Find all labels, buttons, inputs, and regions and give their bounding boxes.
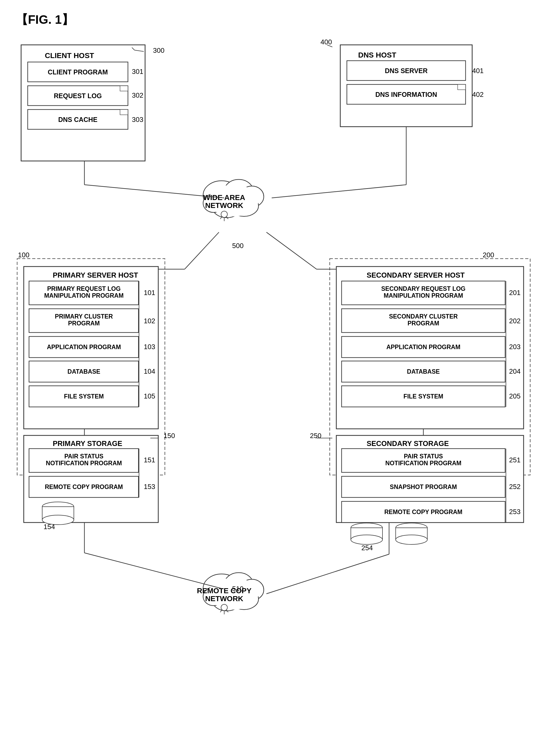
svg-rect-114 — [351, 528, 382, 540]
svg-text:DNS CACHE: DNS CACHE — [58, 116, 98, 123]
svg-text:FILE SYSTEM: FILE SYSTEM — [404, 393, 443, 400]
svg-text:SECONDARY SERVER HOST: SECONDARY SERVER HOST — [367, 271, 465, 279]
svg-line-27 — [327, 45, 332, 47]
svg-line-138 — [185, 232, 219, 269]
svg-text:MANIPULATION PROGRAM: MANIPULATION PROGRAM — [383, 292, 463, 299]
svg-text:PAIR STATUS: PAIR STATUS — [64, 453, 103, 460]
svg-text:101: 101 — [144, 289, 155, 297]
svg-text:CLIENT HOST: CLIENT HOST — [45, 52, 94, 60]
svg-point-31 — [229, 195, 259, 216]
svg-text:REQUEST LOG: REQUEST LOG — [54, 92, 102, 99]
svg-point-37 — [221, 211, 227, 217]
svg-line-131 — [220, 609, 222, 612]
svg-text:251: 251 — [509, 456, 520, 464]
svg-rect-57 — [29, 361, 139, 382]
svg-point-116 — [396, 523, 427, 533]
svg-text:510: 510 — [232, 585, 243, 593]
svg-text:400: 400 — [320, 38, 332, 46]
svg-text:REMOTE COPY: REMOTE COPY — [197, 587, 252, 595]
svg-point-126 — [208, 578, 259, 609]
svg-point-113 — [351, 523, 382, 533]
svg-text:105: 105 — [144, 392, 155, 400]
svg-rect-103 — [342, 449, 505, 472]
svg-rect-50 — [29, 309, 139, 332]
svg-line-137 — [272, 185, 406, 198]
svg-point-123 — [229, 588, 259, 609]
svg-text:NETWORK: NETWORK — [205, 595, 243, 603]
svg-rect-19 — [347, 61, 465, 80]
svg-rect-110 — [342, 501, 505, 523]
svg-point-124 — [212, 590, 241, 611]
svg-point-74 — [42, 502, 74, 511]
svg-text:203: 203 — [509, 343, 520, 351]
svg-rect-86 — [342, 309, 505, 332]
svg-point-30 — [240, 186, 264, 207]
svg-text:250: 250 — [310, 432, 321, 440]
svg-marker-9 — [120, 110, 128, 115]
svg-point-33 — [203, 194, 224, 212]
svg-text:NOTIFICATION PROGRAM: NOTIFICATION PROGRAM — [46, 460, 122, 467]
svg-text:500: 500 — [232, 242, 243, 250]
svg-rect-5 — [28, 86, 128, 105]
svg-rect-99 — [336, 435, 524, 523]
svg-line-147 — [266, 554, 389, 594]
svg-text:【FIG. 1】: 【FIG. 1】 — [16, 13, 74, 26]
svg-text:PROGRAM: PROGRAM — [68, 320, 100, 327]
svg-point-120 — [203, 574, 240, 603]
svg-rect-54 — [29, 336, 139, 357]
svg-point-125 — [203, 587, 224, 606]
svg-rect-96 — [342, 386, 505, 407]
svg-line-16 — [132, 47, 135, 50]
svg-point-118 — [396, 535, 427, 544]
svg-line-40 — [226, 216, 228, 219]
svg-rect-117 — [396, 528, 427, 540]
svg-point-121 — [224, 573, 253, 596]
svg-text:104: 104 — [144, 367, 155, 375]
svg-rect-82 — [342, 281, 505, 305]
svg-rect-80 — [336, 267, 524, 429]
svg-text:PAIR STATUS: PAIR STATUS — [404, 453, 443, 460]
svg-text:WIDE AREA: WIDE AREA — [203, 193, 245, 201]
svg-rect-63 — [24, 435, 158, 523]
svg-text:DNS SERVER: DNS SERVER — [385, 67, 427, 74]
svg-text:PROGRAM: PROGRAM — [407, 320, 439, 327]
svg-point-32 — [212, 197, 241, 218]
svg-rect-71 — [29, 476, 139, 498]
svg-point-28 — [203, 181, 240, 210]
svg-text:MANIPULATION PROGRAM: MANIPULATION PROGRAM — [44, 292, 123, 299]
svg-marker-6 — [120, 86, 128, 91]
svg-marker-22 — [458, 84, 465, 90]
svg-text:301: 301 — [132, 67, 143, 76]
svg-line-39 — [220, 216, 222, 219]
svg-text:PRIMARY REQUEST LOG: PRIMARY REQUEST LOG — [47, 285, 121, 292]
svg-point-122 — [240, 579, 264, 600]
svg-text:PRIMARY STORAGE: PRIMARY STORAGE — [53, 440, 122, 448]
svg-rect-1 — [21, 45, 145, 161]
svg-rect-67 — [29, 449, 139, 472]
svg-line-145 — [84, 553, 222, 588]
svg-text:APPLICATION PROGRAM: APPLICATION PROGRAM — [386, 344, 461, 350]
svg-text:DATABASE: DATABASE — [67, 368, 100, 375]
svg-text:PRIMARY CLUSTER: PRIMARY CLUSTER — [55, 313, 113, 320]
svg-text:SECONDARY REQUEST LOG: SECONDARY REQUEST LOG — [381, 285, 465, 292]
svg-text:FILE SYSTEM: FILE SYSTEM — [64, 393, 104, 400]
svg-point-29 — [224, 179, 253, 203]
svg-text:REMOTE COPY PROGRAM: REMOTE COPY PROGRAM — [384, 508, 462, 516]
svg-text:201: 201 — [509, 289, 520, 297]
svg-rect-21 — [347, 84, 465, 104]
svg-text:204: 204 — [509, 367, 520, 375]
svg-rect-44 — [24, 267, 158, 429]
svg-text:200: 200 — [483, 251, 494, 259]
svg-text:SNAPSHOT PROGRAM: SNAPSHOT PROGRAM — [390, 483, 457, 490]
svg-text:254: 254 — [361, 544, 373, 552]
svg-text:NETWORK: NETWORK — [205, 201, 243, 210]
svg-point-34 — [208, 185, 259, 216]
svg-text:PRIMARY SERVER HOST: PRIMARY SERVER HOST — [53, 271, 138, 279]
svg-rect-17 — [340, 45, 472, 127]
svg-text:150: 150 — [163, 432, 175, 440]
svg-line-132 — [226, 609, 228, 612]
svg-text:151: 151 — [144, 456, 155, 464]
svg-rect-8 — [28, 110, 128, 129]
svg-text:SECONDARY STORAGE: SECONDARY STORAGE — [367, 440, 449, 448]
svg-text:102: 102 — [144, 317, 155, 325]
